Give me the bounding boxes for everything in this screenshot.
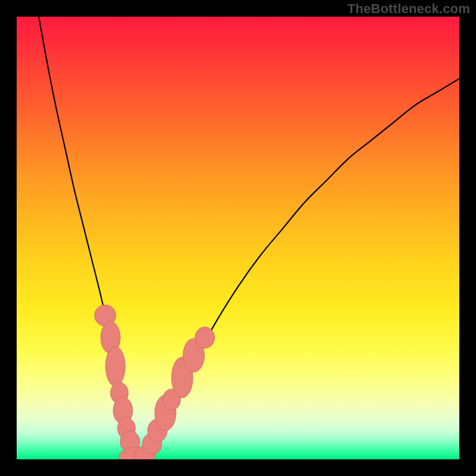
watermark-text: TheBottleneck.com: [347, 1, 470, 17]
plot-area: [17, 17, 459, 459]
chart-svg: [17, 17, 459, 459]
curve-marker: [106, 346, 126, 386]
bottleneck-curve: [39, 17, 459, 459]
chart-frame: TheBottleneck.com: [0, 0, 476, 476]
markers-layer: [95, 305, 215, 459]
curve-layer: [39, 17, 459, 459]
curve-marker: [195, 327, 215, 349]
